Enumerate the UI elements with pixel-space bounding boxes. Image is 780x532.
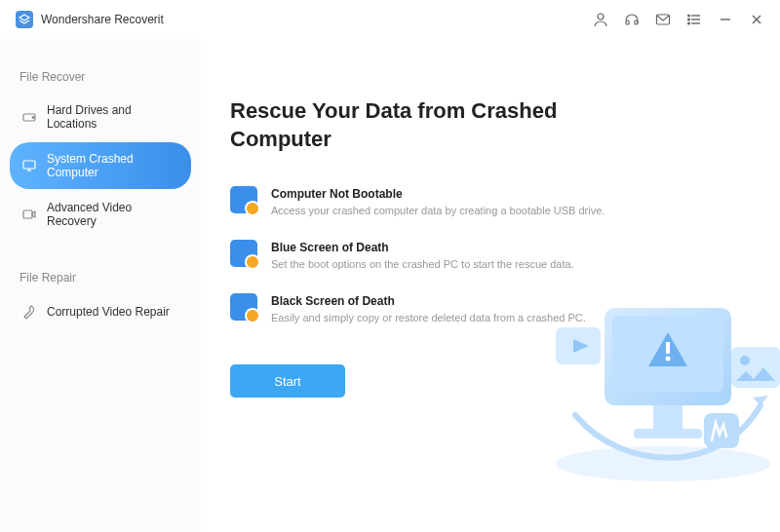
start-button[interactable]: Start [230, 364, 345, 398]
sidebar-item-label: System Crashed Computer [47, 152, 179, 179]
page-title: Rescue Your Data from Crashed Computer [230, 97, 581, 153]
svg-point-19 [556, 446, 770, 481]
feature-item: Black Screen of Death Easily and simply … [230, 293, 741, 323]
svg-rect-15 [23, 161, 35, 169]
minimize-icon[interactable] [718, 12, 733, 27]
svg-point-9 [688, 22, 690, 24]
svg-point-22 [666, 357, 671, 361]
svg-rect-28 [731, 347, 780, 388]
svg-rect-30 [704, 413, 739, 448]
feature-title: Blue Screen of Death [271, 241, 574, 254]
feature-item: Blue Screen of Death Set the boot option… [230, 240, 741, 270]
list-icon[interactable] [686, 12, 702, 27]
titlebar: Wondershare Recoverit [0, 0, 780, 39]
section-label-repair: File Repair [10, 263, 191, 292]
feature-title: Black Screen of Death [271, 294, 586, 308]
svg-point-7 [688, 15, 690, 17]
feature-monitor-icon [230, 186, 257, 213]
user-icon[interactable] [593, 12, 608, 27]
feature-desc: Access your crashed computer data by cre… [271, 205, 604, 216]
svg-point-14 [32, 117, 34, 119]
svg-rect-23 [666, 342, 670, 354]
headset-icon[interactable] [624, 12, 640, 27]
sidebar-item-video-recovery[interactable]: Advanced Video Recovery [10, 191, 191, 238]
feature-blackscreen-icon [230, 293, 257, 321]
svg-rect-2 [635, 20, 638, 24]
svg-rect-21 [612, 316, 723, 392]
svg-rect-1 [626, 20, 629, 24]
sidebar-item-label: Advanced Video Recovery [47, 201, 179, 228]
feature-item: Computer Not Bootable Access your crashe… [230, 186, 741, 216]
svg-rect-25 [634, 429, 702, 438]
svg-point-8 [688, 19, 690, 20]
wrench-icon [21, 304, 37, 320]
titlebar-left: Wondershare Recoverit [16, 11, 164, 28]
svg-marker-31 [753, 396, 768, 405]
feature-list: Computer Not Bootable Access your crashe… [230, 186, 741, 323]
svg-rect-18 [23, 210, 32, 218]
feature-title: Computer Not Bootable [271, 187, 604, 201]
sidebar: File Recover Hard Drives and Locations S… [0, 39, 201, 532]
feature-bluescreen-icon [230, 240, 257, 267]
close-icon[interactable] [749, 12, 764, 27]
mail-icon[interactable] [655, 12, 671, 27]
section-label-recover: File Recover [10, 62, 191, 92]
svg-rect-24 [653, 405, 682, 429]
titlebar-right [593, 12, 764, 27]
svg-point-29 [740, 356, 750, 365]
monitor-icon [21, 158, 37, 173]
app-title: Wondershare Recoverit [41, 13, 164, 26]
feature-desc: Easily and simply copy or restore delete… [271, 312, 586, 323]
svg-point-0 [598, 14, 604, 19]
sidebar-item-hard-drives[interactable]: Hard Drives and Locations [10, 94, 191, 140]
sidebar-item-label: Corrupted Video Repair [47, 305, 170, 319]
sidebar-item-crashed[interactable]: System Crashed Computer [10, 142, 191, 189]
main-area: File Recover Hard Drives and Locations S… [0, 39, 780, 532]
svg-marker-27 [573, 339, 589, 353]
video-icon [21, 207, 37, 222]
app-logo-icon [16, 11, 33, 28]
sidebar-item-label: Hard Drives and Locations [47, 103, 179, 131]
content: Rescue Your Data from Crashed Computer C… [201, 39, 780, 532]
sidebar-item-video-repair[interactable]: Corrupted Video Repair [10, 294, 191, 329]
hard-drive-icon [21, 109, 37, 125]
svg-rect-26 [556, 327, 601, 364]
feature-desc: Set the boot options on the crashed PC t… [271, 258, 574, 270]
